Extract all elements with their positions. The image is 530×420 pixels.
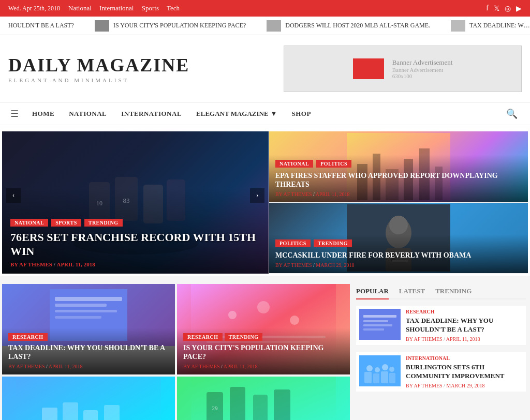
hero-side-item-2[interactable]: POLITICS TRENDING MCCASKILL UNDER FIRE F…	[269, 203, 528, 274]
svg-rect-55	[381, 371, 388, 383]
nav-international[interactable]: INTERNATIONAL	[114, 110, 189, 118]
sidebar-item-title-2: BURLINGTON SETS 6TH COMMUNITY IMPROVEMEN…	[406, 363, 523, 381]
ticker-thumb	[451, 20, 465, 32]
svg-rect-44	[363, 315, 396, 318]
hero-wrapper: 10 83 ‹ › NATIONAL SPORTS TRENDING 76ERS…	[0, 125, 530, 276]
tag-trending-side2[interactable]: TRENDING	[314, 239, 352, 247]
search-button[interactable]: 🔍	[498, 104, 526, 124]
nav-national[interactable]: NATIONAL	[62, 110, 114, 118]
tag-trending-2[interactable]: TRENDING	[225, 333, 263, 341]
sidebar-thumb-1	[359, 309, 401, 340]
tag-national-side[interactable]: NATIONAL	[275, 160, 313, 168]
nav-elegant-dropdown[interactable]: ELEGANT MAGAZINE ▼	[189, 110, 284, 118]
svg-point-52	[389, 367, 394, 372]
nav-shop[interactable]: SHOP	[284, 110, 318, 118]
top-nav-sports[interactable]: Sports	[142, 4, 159, 12]
hero-main-meta: BY AF THEMES / APRIL 11, 2018	[10, 261, 260, 267]
tag-trending[interactable]: TRENDING	[84, 219, 123, 227]
banner-ad-text-block: Banner Advertisement Banner Advertisemen…	[392, 58, 453, 79]
svg-rect-24	[55, 316, 101, 319]
nav-links: HOME NATIONAL INTERNATIONAL ELEGANT MAGA…	[25, 110, 498, 118]
svg-rect-36	[104, 405, 120, 420]
svg-rect-53	[364, 372, 372, 383]
hero-side-title-2: MCCASKILL UNDER FIRE FOR BEVERLY WITH OB…	[275, 251, 522, 260]
svg-rect-23	[55, 310, 117, 312]
hero-side-title-1: EPA FIRES STAFFER WHO APPROVED REPORT DO…	[275, 172, 522, 189]
top-nav-international[interactable]: International	[99, 4, 134, 12]
svg-rect-34	[63, 402, 78, 420]
tag-national[interactable]: NATIONAL	[10, 219, 48, 227]
card-content-2: RESEARCH TRENDING IS YOUR CITY'S POPULAT…	[177, 328, 350, 374]
tab-trending[interactable]: TRENDING	[435, 284, 472, 299]
hero-side-content-1: NATIONAL POLITICS EPA FIRES STAFFER WHO …	[269, 155, 528, 202]
banner-ad-graphic	[353, 58, 384, 79]
svg-rect-40	[230, 387, 245, 420]
instagram-icon[interactable]: ◎	[505, 4, 511, 13]
hamburger-menu[interactable]: ☰	[4, 104, 25, 124]
svg-rect-33	[42, 408, 57, 420]
hero-side-content-2: POLITICS TRENDING MCCASKILL UNDER FIRE F…	[269, 234, 528, 273]
sidebar-thumb-2	[359, 355, 401, 386]
ticker-thumb	[267, 20, 281, 32]
site-header: DAILY MAGAZINE ELEGANT AND MINIMALIST Ba…	[0, 35, 530, 102]
top-bar-left: Wed. Apr 25th, 2018 National Internation…	[8, 4, 186, 12]
site-subtitle: ELEGANT AND MINIMALIST	[8, 77, 189, 83]
hero-prev-button[interactable]: ‹	[6, 188, 21, 203]
tag-politics-side2[interactable]: POLITICS	[275, 239, 311, 247]
tab-popular[interactable]: POPULAR	[356, 284, 389, 299]
svg-point-27	[257, 301, 270, 313]
tag-sports[interactable]: SPORTS	[51, 219, 81, 227]
hero-main-content: NATIONAL SPORTS TRENDING 76ERS SET FRANC…	[2, 213, 269, 274]
sidebar: POPULAR LATEST TRENDING RESEARCH TAX DEA…	[352, 284, 530, 420]
tag-research-2[interactable]: RESEARCH	[183, 333, 223, 341]
card-meta-1: BY AF THEMES / APRIL 11, 2018	[8, 364, 169, 369]
facebook-icon[interactable]: f	[486, 4, 489, 12]
sidebar-item-content-2: INTERNATIONAL BURLINGTON SETS 6TH COMMUN…	[406, 355, 523, 388]
card-title-1: TAX DEADLINE: WHY YOU SHOULDN'T BE A LAS…	[8, 344, 169, 362]
sidebar-item-2[interactable]: INTERNATIONAL BURLINGTON SETS 6TH COMMUN…	[356, 352, 526, 392]
tab-latest[interactable]: LATEST	[399, 284, 425, 299]
branding: DAILY MAGAZINE ELEGANT AND MINIMALIST	[8, 54, 189, 83]
svg-rect-35	[83, 410, 98, 420]
twitter-icon[interactable]: 𝕏	[494, 4, 499, 13]
hero-main[interactable]: 10 83 ‹ › NATIONAL SPORTS TRENDING 76ERS…	[2, 131, 269, 274]
svg-point-50	[375, 367, 380, 372]
card-soccer[interactable]: INTERNATIONAL SPORTS	[2, 377, 175, 420]
hero-next-button[interactable]: ›	[250, 188, 264, 203]
hero-section: 10 83 ‹ › NATIONAL SPORTS TRENDING 76ERS…	[2, 131, 528, 274]
card-title-2: IS YOUR CITY'S POPULATION KEEPING PACE?	[183, 344, 344, 362]
sidebar-item-1[interactable]: RESEARCH TAX DEADLINE: WHY YOU SHOULDN'T…	[356, 306, 526, 345]
date-display: Wed. Apr 25th, 2018	[8, 5, 60, 12]
hero-side-tags-1: NATIONAL POLITICS	[275, 160, 522, 168]
svg-rect-42	[274, 389, 290, 420]
tag-politics-side[interactable]: POLITICS	[316, 160, 351, 168]
hero-side-item-1[interactable]: NATIONAL POLITICS EPA FIRES STAFFER WHO …	[269, 131, 528, 203]
nav-home[interactable]: HOME	[25, 110, 62, 118]
sidebar-item-content-1: RESEARCH TAX DEADLINE: WHY YOU SHOULDN'T…	[406, 309, 523, 342]
sidebar-item-tag-1[interactable]: RESEARCH	[406, 309, 523, 314]
sidebar-item-tag-2[interactable]: INTERNATIONAL	[406, 355, 523, 361]
card-76ers-bottom[interactable]: 29 NATIONAL SPORTS TRENDING 76ERS SET FR…	[177, 377, 350, 420]
card-population[interactable]: RESEARCH TRENDING IS YOUR CITY'S POPULAT…	[177, 284, 350, 374]
top-nav-national[interactable]: National	[68, 4, 92, 12]
ticker-text: IS YOUR CITY'S POPULATION KEEPING PACE?	[113, 22, 246, 29]
card-image-4: 29	[177, 377, 350, 420]
hero-main-tags: NATIONAL SPORTS TRENDING	[10, 219, 260, 227]
svg-rect-41	[253, 395, 268, 420]
tag-research-1[interactable]: RESEARCH	[8, 333, 48, 341]
ticker-item: DODGERS WILL HOST 2020 MLB ALL-STAR GAME…	[267, 20, 430, 32]
ticker-text: HOULDN'T BE A LAST?	[8, 22, 74, 29]
news-ticker: HOULDN'T BE A LAST? IS YOUR CITY'S POPUL…	[0, 17, 530, 35]
card-tags-1: RESEARCH	[8, 333, 169, 341]
hero-controls: ‹ ›	[2, 188, 269, 203]
card-tax-deadline[interactable]: RESEARCH TAX DEADLINE: WHY YOU SHOULDN'T…	[2, 284, 175, 374]
top-nav-tech[interactable]: Tech	[167, 4, 180, 12]
site-title[interactable]: DAILY MAGAZINE	[8, 54, 189, 76]
card-content-1: RESEARCH TAX DEADLINE: WHY YOU SHOULDN'T…	[2, 328, 175, 374]
svg-point-26	[228, 311, 237, 319]
content-section: RESEARCH TAX DEADLINE: WHY YOU SHOULDN'T…	[0, 276, 530, 420]
sidebar-item-meta-1: BY AF THEMES / APRIL 11, 2018	[406, 336, 523, 342]
youtube-icon[interactable]: ▶	[516, 4, 522, 13]
hero-side-meta-1: BY AF THEMES / APRIL 11, 2018	[275, 191, 522, 197]
ticker-text: TAX DEADLINE: W…	[469, 22, 530, 29]
